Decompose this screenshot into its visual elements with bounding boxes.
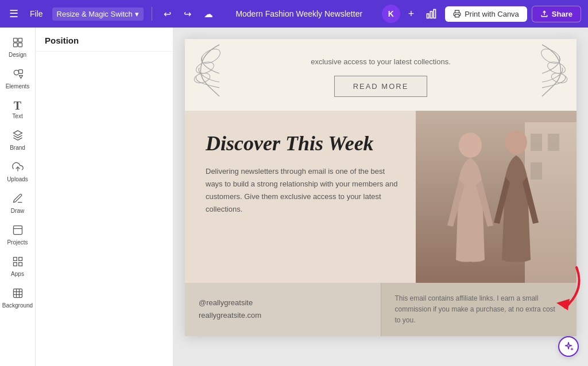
annotation-arrow — [536, 262, 588, 313]
hamburger-menu-icon[interactable]: ☰ — [7, 5, 21, 22]
svg-rect-1 — [431, 11, 432, 18]
newsletter-bottom-section: @reallygreatsite reallygreatsite.com Thi… — [185, 283, 577, 337]
redo-button[interactable]: ↪ — [180, 6, 195, 22]
newsletter-top-content: exclusive access to your latest collecti… — [202, 50, 559, 97]
svg-rect-5 — [13, 38, 17, 42]
sidebar-item-apps[interactable]: Apps — [2, 251, 33, 281]
toolbar-left-section: ☰ File Resize & Magic Switch ▾ ↩ ↪ ☁ — [7, 5, 216, 22]
svg-rect-2 — [434, 10, 435, 18]
toolbar-divider-1 — [152, 7, 152, 21]
share-button[interactable]: Share — [532, 6, 581, 22]
svg-rect-11 — [18, 70, 22, 74]
panel-title: Position — [36, 28, 173, 52]
user-avatar-button[interactable]: K — [382, 5, 400, 23]
svg-rect-6 — [18, 38, 22, 42]
undo-icon: ↩ — [164, 9, 171, 20]
sidebar-item-projects[interactable]: Projects — [2, 220, 33, 249]
brand-label: Brand — [10, 145, 25, 151]
apps-label: Apps — [11, 271, 24, 277]
svg-rect-16 — [18, 258, 22, 261]
redo-icon: ↪ — [184, 9, 191, 20]
resize-label: Resize & Magic Switch — [57, 10, 133, 18]
projects-icon — [12, 224, 24, 237]
sidebar-item-design[interactable]: Design — [2, 32, 33, 61]
undo-button[interactable]: ↩ — [160, 6, 175, 22]
svg-point-36 — [505, 130, 527, 154]
svg-rect-33 — [548, 134, 559, 151]
resize-magic-switch-button[interactable]: Resize & Magic Switch ▾ — [52, 7, 144, 21]
design-label: Design — [9, 52, 26, 58]
elements-label: Elements — [6, 83, 30, 89]
design-icon — [12, 37, 24, 50]
analytics-button[interactable] — [422, 6, 440, 22]
document-title: Modern Fashion Weekly Newsletter — [235, 9, 362, 18]
toolbar-right-section: K + Print with Canva Share — [382, 5, 581, 23]
contact-handle: @reallygreatsite — [199, 298, 253, 307]
newsletter-photo-section — [416, 111, 577, 283]
sidebar-item-background[interactable]: Background — [2, 283, 33, 312]
uploads-icon — [12, 161, 24, 174]
svg-rect-0 — [427, 14, 429, 18]
uploads-label: Uploads — [7, 176, 28, 182]
print-label: Print with Canva — [465, 10, 519, 18]
print-with-canva-button[interactable]: Print with Canva — [445, 6, 527, 22]
discover-title: Discover This Week — [206, 131, 399, 156]
sidebar-item-draw[interactable]: Draw — [2, 188, 33, 217]
newsletter-top-section: exclusive access to your latest collecti… — [185, 39, 577, 111]
main-area: Design Elements T Text Brand Uploads — [0, 28, 588, 366]
add-collaborator-button[interactable]: + — [405, 7, 418, 21]
svg-rect-8 — [18, 43, 22, 47]
brand-icon — [12, 130, 24, 143]
background-label: Background — [2, 302, 33, 309]
svg-point-35 — [459, 133, 482, 158]
text-label: Text — [12, 113, 22, 119]
print-icon — [453, 10, 461, 18]
toolbar: ☰ File Resize & Magic Switch ▾ ↩ ↪ ☁ Mod… — [0, 0, 588, 28]
fashion-figures-svg — [416, 111, 577, 283]
newsletter-discover-section: Discover This Week Delivering newsletter… — [185, 111, 416, 283]
sidebar-item-elements[interactable]: Elements — [2, 64, 33, 93]
canvas-area[interactable]: exclusive access to your latest collecti… — [173, 28, 588, 366]
newsletter-middle-section: Discover This Week Delivering newsletter… — [185, 111, 577, 283]
elements-icon — [12, 68, 24, 81]
svg-marker-10 — [19, 76, 22, 79]
newsletter-canvas: exclusive access to your latest collecti… — [185, 39, 577, 336]
read-more-button[interactable]: READ MORE — [334, 76, 428, 97]
contact-website: @reallygreatsite reallygreatsite.com — [199, 297, 367, 322]
file-menu-button[interactable]: File — [26, 7, 47, 21]
toolbar-center-section: Modern Fashion Weekly Newsletter — [221, 9, 377, 18]
sidebar-item-text[interactable]: T Text — [2, 95, 33, 123]
text-icon: T — [14, 100, 21, 111]
magic-button[interactable] — [558, 336, 579, 357]
discover-body-text: Delivering newsletters through email is … — [206, 165, 399, 216]
newsletter-contact-section: @reallygreatsite reallygreatsite.com — [185, 283, 381, 337]
svg-rect-13 — [13, 226, 22, 235]
projects-label: Projects — [7, 239, 28, 246]
fashion-photo — [416, 111, 577, 283]
apps-icon — [12, 256, 24, 269]
left-sidebar: Design Elements T Text Brand Uploads — [0, 28, 36, 366]
resize-chevron-icon: ▾ — [135, 10, 139, 18]
svg-rect-7 — [13, 43, 17, 47]
svg-rect-15 — [13, 258, 17, 261]
cloud-icon: ☁ — [204, 9, 213, 20]
sidebar-item-brand[interactable]: Brand — [2, 125, 33, 154]
background-icon — [12, 287, 24, 301]
svg-rect-34 — [531, 162, 542, 180]
newsletter-top-text: exclusive access to your latest collecti… — [271, 50, 490, 68]
botanical-right-decoration — [513, 39, 571, 102]
svg-rect-32 — [531, 134, 542, 151]
share-icon — [540, 10, 548, 18]
position-panel: Position — [36, 28, 173, 366]
magic-icon — [563, 341, 574, 352]
svg-marker-37 — [556, 299, 570, 310]
svg-rect-17 — [13, 263, 17, 266]
cloud-save-button[interactable]: ☁ — [200, 6, 216, 22]
botanical-left-decoration — [191, 39, 248, 102]
share-label: Share — [552, 10, 572, 18]
svg-rect-3 — [455, 14, 459, 17]
svg-rect-18 — [18, 263, 22, 266]
sidebar-item-uploads[interactable]: Uploads — [2, 157, 33, 186]
contact-url: reallygreatsite.com — [199, 311, 261, 320]
draw-label: Draw — [11, 208, 24, 214]
